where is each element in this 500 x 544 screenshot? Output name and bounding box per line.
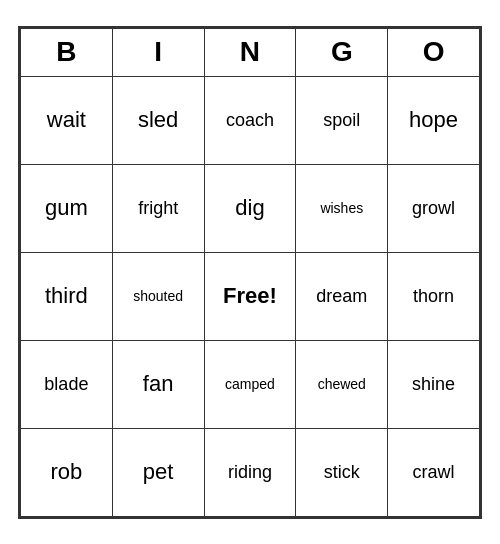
bingo-card: BINGO waitsledcoachspoilhopegumfrightdig… <box>18 26 482 519</box>
header-cell-b: B <box>21 28 113 76</box>
cell-r3-c4: shine <box>388 340 480 428</box>
cell-r1-c1: fright <box>112 164 204 252</box>
header-cell-n: N <box>204 28 296 76</box>
header-cell-g: G <box>296 28 388 76</box>
cell-r2-c1: shouted <box>112 252 204 340</box>
cell-r3-c2: camped <box>204 340 296 428</box>
cell-r1-c4: growl <box>388 164 480 252</box>
header-row: BINGO <box>21 28 480 76</box>
cell-r0-c1: sled <box>112 76 204 164</box>
cell-r0-c3: spoil <box>296 76 388 164</box>
cell-r0-c2: coach <box>204 76 296 164</box>
cell-r3-c3: chewed <box>296 340 388 428</box>
cell-r0-c4: hope <box>388 76 480 164</box>
cell-r4-c4: crawl <box>388 428 480 516</box>
table-row: gumfrightdigwishesgrowl <box>21 164 480 252</box>
table-row: thirdshoutedFree!dreamthorn <box>21 252 480 340</box>
cell-r4-c3: stick <box>296 428 388 516</box>
header-cell-o: O <box>388 28 480 76</box>
bingo-table: BINGO waitsledcoachspoilhopegumfrightdig… <box>20 28 480 517</box>
cell-r3-c0: blade <box>21 340 113 428</box>
cell-r1-c2: dig <box>204 164 296 252</box>
cell-r1-c0: gum <box>21 164 113 252</box>
header-cell-i: I <box>112 28 204 76</box>
cell-r0-c0: wait <box>21 76 113 164</box>
cell-r4-c0: rob <box>21 428 113 516</box>
cell-r3-c1: fan <box>112 340 204 428</box>
cell-r1-c3: wishes <box>296 164 388 252</box>
table-row: robpetridingstickcrawl <box>21 428 480 516</box>
cell-r2-c4: thorn <box>388 252 480 340</box>
cell-r2-c3: dream <box>296 252 388 340</box>
table-row: waitsledcoachspoilhope <box>21 76 480 164</box>
cell-r2-c2: Free! <box>204 252 296 340</box>
cell-r2-c0: third <box>21 252 113 340</box>
cell-r4-c2: riding <box>204 428 296 516</box>
cell-r4-c1: pet <box>112 428 204 516</box>
table-row: bladefancampedchewedshine <box>21 340 480 428</box>
